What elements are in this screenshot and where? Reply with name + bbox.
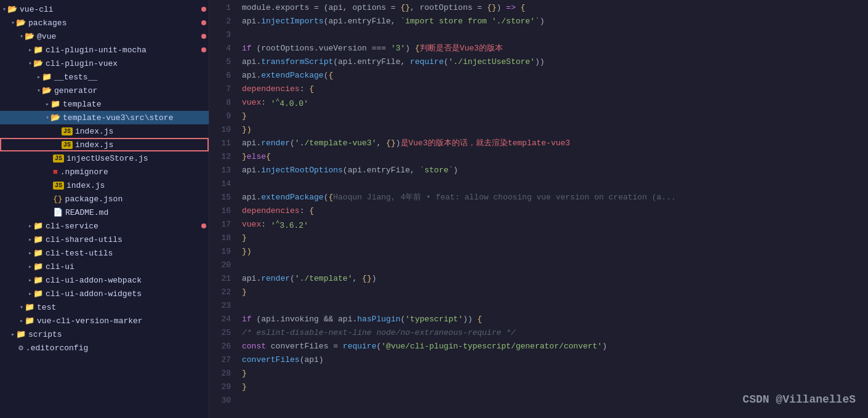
code-content: module.exports = (api, options = {}, roo…: [237, 0, 868, 418]
code-line: }: [242, 110, 868, 123]
json-file-icon: {}: [53, 195, 63, 204]
tree-item-vue-cli-version-marker[interactable]: ▸📁vue-cli-version-marker: [0, 314, 209, 328]
line-number: 10: [209, 123, 231, 137]
tree-item-label: @vue: [37, 32, 56, 41]
tree-item-packages[interactable]: ▾📂packages: [0, 16, 209, 30]
chevron-icon: ▸: [37, 73, 41, 81]
folder-icon: 📂: [7, 4, 17, 14]
tree-item-cli-ui-addon-widgets[interactable]: ▸📁cli-ui-addon-widgets: [0, 287, 209, 300]
tree-item-index-js-3[interactable]: JSindex.js: [0, 179, 209, 192]
folder-icon: 📁: [16, 329, 26, 339]
code-editor: 1234567891011121314151617181920212223242…: [209, 0, 868, 418]
line-number: 24: [209, 313, 231, 326]
line-number: 8: [209, 96, 231, 110]
tree-item-editorconfig[interactable]: ⚙.editorconfig: [0, 341, 209, 355]
tree-item-label: index.js: [66, 181, 105, 190]
tree-item-label: cli-ui: [46, 262, 74, 271]
tree-item-label: .npmignore: [60, 167, 108, 177]
code-line: [242, 259, 868, 272]
tree-item-template-vue3-store[interactable]: ▾📂template-vue3\src\store: [0, 111, 209, 124]
tree-item-cli-plugin-vuex[interactable]: ▾📂cli-plugin-vuex: [0, 57, 209, 70]
line-number: 18: [209, 231, 231, 245]
chevron-icon: ▸: [28, 236, 32, 243]
folder-icon: 📁: [33, 45, 43, 55]
tree-item-injectUseStore[interactable]: JSinjectUseStore.js: [0, 151, 209, 165]
line-number: 17: [209, 218, 231, 231]
change-indicator: [201, 34, 206, 39]
code-line: vuex: '^4.0.0': [242, 96, 868, 110]
tree-item-label: cli-plugin-vuex: [46, 59, 118, 68]
code-line: [242, 299, 868, 313]
code-line: vuex: '^3.6.2': [242, 218, 868, 231]
tree-item-readme[interactable]: 📄README.md: [0, 206, 209, 219]
tree-item-template[interactable]: ▸📁template: [0, 97, 209, 111]
file-explorer[interactable]: ▾📂vue-cli▾📂packages▾📂@vue▸📁cli-plugin-un…: [0, 0, 209, 418]
tree-item-label: README.md: [65, 208, 108, 217]
tree-item-label: cli-ui-addon-webpack: [46, 276, 142, 285]
tree-item-tests[interactable]: ▸📁__tests__: [0, 70, 209, 84]
tree-item-test[interactable]: ▾📁test: [0, 300, 209, 314]
md-file-icon: 📄: [53, 207, 63, 217]
tree-item-cli-service[interactable]: ▸📁cli-service: [0, 219, 209, 233]
vue-folder-icon: 📁: [25, 302, 34, 312]
tree-item-label: package.json: [65, 195, 123, 204]
tree-item-index-js-2[interactable]: JSindex.js: [0, 138, 209, 151]
folder-icon: 📂: [42, 86, 52, 95]
tree-item-index-js-1[interactable]: JSindex.js: [0, 124, 209, 138]
tree-item-vue-cli[interactable]: ▾📂vue-cli: [0, 2, 209, 16]
line-number: 4: [209, 42, 231, 55]
code-line: const convertFiles = require('@vue/cli-p…: [242, 340, 868, 353]
tree-item-label: vue-cli-version-marker: [37, 316, 143, 326]
tree-item-cli-plugin-unit-mocha[interactable]: ▸📁cli-plugin-unit-mocha: [0, 43, 209, 57]
code-line: api.render('./template-vue3', {}) 是Vue3的…: [242, 137, 868, 150]
tree-item-label: cli-shared-utils: [46, 235, 123, 244]
tree-item-label: __tests__: [54, 73, 97, 82]
line-number: 30: [209, 394, 231, 408]
folder-icon: 📂: [33, 58, 43, 68]
chevron-icon: ▸: [28, 276, 32, 284]
tree-item-at-vue[interactable]: ▾📂@vue: [0, 30, 209, 43]
tree-item-cli-ui-addon-webpack[interactable]: ▸📁cli-ui-addon-webpack: [0, 273, 209, 287]
line-numbers: 1234567891011121314151617181920212223242…: [209, 0, 237, 418]
tree-item-cli-shared-utils[interactable]: ▸📁cli-shared-utils: [0, 233, 209, 246]
tree-item-npmignore[interactable]: ■.npmignore: [0, 165, 209, 179]
chevron-icon: ▾: [46, 114, 49, 121]
chevron-icon: ▾: [20, 33, 23, 40]
chevron-icon: ▸: [28, 290, 32, 297]
line-number: 21: [209, 272, 231, 286]
tree-item-generator[interactable]: ▾📂generator: [0, 84, 209, 97]
line-number: 9: [209, 110, 231, 123]
line-number: 2: [209, 15, 231, 28]
change-indicator: [201, 20, 206, 25]
js-file-icon: JS: [62, 140, 73, 149]
folder-icon: 📂: [16, 18, 26, 28]
tree-item-label: injectUseStore.js: [66, 154, 148, 163]
line-number: 26: [209, 340, 231, 353]
code-line: [242, 177, 868, 191]
code-line: }: [242, 367, 868, 380]
tree-item-package-json[interactable]: {}package.json: [0, 192, 209, 206]
code-line: convertFiles(api): [242, 353, 868, 367]
tree-item-cli-test-utils[interactable]: ▸📁cli-test-utils: [0, 246, 209, 260]
tree-item-cli-ui[interactable]: ▸📁cli-ui: [0, 260, 209, 273]
line-number: 25: [209, 326, 231, 340]
change-indicator: [201, 7, 206, 12]
tree-item-label: .editorconfig: [26, 344, 88, 353]
tree-item-label: cli-plugin-unit-mocha: [46, 46, 147, 55]
line-number: 7: [209, 82, 231, 96]
chevron-icon: ▸: [28, 263, 32, 270]
chevron-icon: ▾: [37, 87, 41, 94]
js-file-icon: JS: [53, 181, 64, 190]
code-line: }): [242, 245, 868, 259]
tree-item-label: template: [63, 100, 101, 109]
tree-item-scripts[interactable]: ▸📁scripts: [0, 328, 209, 341]
chevron-icon: ▾: [20, 303, 23, 311]
folder-icon: 📁: [33, 235, 43, 244]
line-number: 22: [209, 286, 231, 299]
folder-icon: 📁: [33, 275, 43, 285]
tree-item-label: cli-ui-addon-widgets: [46, 289, 142, 299]
tree-item-label: vue-cli: [20, 5, 54, 14]
chevron-icon: ▸: [11, 331, 15, 338]
code-line: module.exports = (api, options = {}, roo…: [242, 1, 868, 15]
chevron-icon: ▾: [28, 60, 32, 67]
